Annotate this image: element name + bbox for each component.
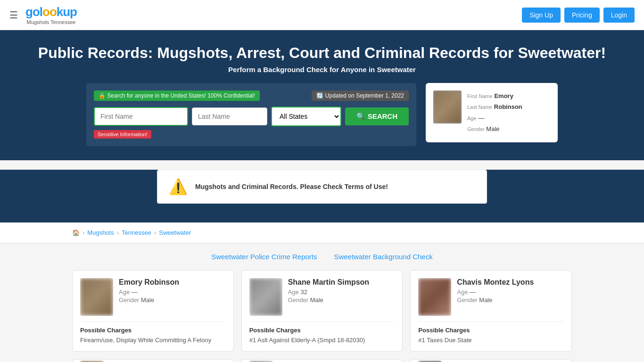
person-gender: Gender Male: [288, 296, 369, 304]
person-photo-image: [249, 278, 282, 316]
links-row: Sweetwater Police Crime Reports Sweetwat…: [72, 253, 572, 261]
person-card-header: Chavis Montez Lyons Age — Gender Male: [418, 278, 564, 316]
cards-grid: Emory Robinson Age — Gender Male Possibl…: [72, 270, 572, 352]
search-button[interactable]: 🔍 SEARCH: [345, 107, 409, 125]
charges-section: Possible Charges Firearm/use, Display Wh…: [80, 321, 226, 344]
partial-photo: [80, 361, 104, 362]
warning-text: Mugshots and Criminal Records. Please Ch…: [195, 183, 388, 190]
person-info: Chavis Montez Lyons Age — Gender Male: [457, 278, 534, 304]
person-card-header: Shane Martin Simpson Age 32 Gender Male: [249, 278, 395, 316]
charges-section: Possible Charges #1 Taxes Due State: [418, 321, 564, 344]
login-button[interactable]: Login: [603, 8, 635, 23]
breadcrumb-sweetwater[interactable]: Sweetwater: [159, 229, 191, 236]
confidential-badge: 🔒 Search for anyone in the United States…: [94, 90, 260, 101]
charges-section: Possible Charges #1 Aslt Against Elderly…: [249, 321, 395, 344]
header: ☰ golookup Mugshots Tennessee Sign Up Pr…: [0, 0, 644, 30]
search-inputs: All StatesAlabamaAlaskaArizonaArkansasCa…: [94, 107, 409, 126]
partial-photo-image: [249, 361, 273, 362]
charges-title: Possible Charges: [80, 327, 226, 334]
main-content: Sweetwater Police Crime Reports Sweetwat…: [63, 243, 581, 362]
profile-age: Age —: [467, 113, 522, 123]
charge-text: Firearm/use, Display While Committing A …: [80, 337, 226, 344]
person-age: Age —: [119, 288, 179, 296]
person-gender: Gender Male: [119, 296, 179, 304]
breadcrumb-tennessee[interactable]: Tennessee: [122, 229, 151, 236]
warning-icon: ⚠️: [169, 178, 188, 196]
profile-first-name: First Name Emory: [467, 90, 522, 101]
search-top-bar: 🔒 Search for anyone in the United States…: [94, 90, 409, 101]
profile-photo: [433, 90, 462, 123]
logo: golookup Mugshots Tennessee: [25, 5, 77, 25]
person-name: Emory Robinson: [119, 278, 179, 287]
crime-reports-link[interactable]: Sweetwater Police Crime Reports: [211, 253, 317, 261]
person-photo: [249, 278, 282, 316]
sensitive-info-badge: Sensitive Information!: [94, 130, 151, 139]
breadcrumb-section: 🏠 › Mugshots › Tennessee › Sweetwater: [0, 222, 644, 243]
header-right: Sign Up Pricing Login: [522, 8, 635, 23]
person-card-1[interactable]: Shane Martin Simpson Age 32 Gender Male …: [241, 270, 403, 352]
person-age: Age —: [457, 288, 534, 296]
warning-bar: ⚠️ Mugshots and Criminal Records. Please…: [157, 170, 487, 204]
background-check-link[interactable]: Sweetwater Background Check: [334, 253, 432, 261]
person-name: Shane Martin Simpson: [288, 278, 369, 287]
charges-title: Possible Charges: [418, 327, 564, 334]
partial-photo: [418, 361, 442, 362]
partial-card-0[interactable]: [72, 359, 234, 362]
profile-gender: Gender Male: [467, 123, 522, 134]
header-left: ☰ golookup Mugshots Tennessee: [9, 5, 77, 25]
logo-subtitle: Mugshots Tennessee: [27, 19, 76, 25]
partial-photo: [249, 361, 273, 362]
person-photo: [80, 278, 113, 316]
search-box: 🔒 Search for anyone in the United States…: [86, 83, 416, 146]
signup-button[interactable]: Sign Up: [522, 8, 561, 23]
bottom-partial-cards: [72, 359, 572, 362]
logo-text: golookup: [25, 5, 77, 19]
search-section: 🔒 Search for anyone in the United States…: [0, 83, 644, 160]
profile-photo-image: [433, 90, 462, 123]
partial-card-2[interactable]: [410, 359, 572, 362]
person-name: Chavis Montez Lyons: [457, 278, 534, 287]
pricing-button[interactable]: Pricing: [564, 8, 600, 23]
menu-icon[interactable]: ☰: [9, 9, 18, 21]
person-age: Age 32: [288, 288, 369, 296]
person-card-0[interactable]: Emory Robinson Age — Gender Male Possibl…: [72, 270, 234, 352]
charges-title: Possible Charges: [249, 327, 395, 334]
person-card-2[interactable]: Chavis Montez Lyons Age — Gender Male Po…: [410, 270, 572, 352]
charge-text: #1 Aslt Against Elderly-A (Smpd 18-82030…: [249, 337, 395, 344]
hero-title: Public Records: Mugshots, Arrest, Court …: [9, 44, 635, 62]
person-info: Shane Martin Simpson Age 32 Gender Male: [288, 278, 369, 304]
profile-info: First Name Emory Last Name Robinson Age …: [467, 90, 522, 135]
charge-text: #1 Taxes Due State: [418, 337, 564, 344]
person-photo: [418, 278, 451, 316]
breadcrumb-home[interactable]: 🏠: [72, 229, 80, 236]
breadcrumb-mugshots[interactable]: Mugshots: [87, 229, 114, 236]
person-card-header: Emory Robinson Age — Gender Male: [80, 278, 226, 316]
person-gender: Gender Male: [457, 296, 534, 304]
breadcrumb: 🏠 › Mugshots › Tennessee › Sweetwater: [63, 222, 581, 243]
partial-card-1[interactable]: [241, 359, 403, 362]
hero-subtitle: Perform a Background Check for Anyone in…: [9, 66, 635, 74]
person-photo-image: [418, 278, 451, 316]
person-photo-image: [80, 278, 113, 316]
hero-section: Public Records: Mugshots, Arrest, Court …: [0, 30, 644, 83]
person-info: Emory Robinson Age — Gender Male: [119, 278, 179, 304]
sensitive-label: Sensitive Information!: [94, 126, 409, 139]
profile-last-name: Last Name Robinson: [467, 101, 522, 112]
state-select[interactable]: All StatesAlabamaAlaskaArizonaArkansasCa…: [271, 107, 341, 126]
partial-photo-image: [80, 361, 104, 362]
updated-badge: 🔄 Updated on September 1, 2022: [312, 90, 409, 101]
profile-card: First Name Emory Last Name Robinson Age …: [426, 83, 558, 142]
first-name-input[interactable]: [94, 107, 188, 126]
last-name-input[interactable]: [192, 107, 267, 125]
partial-photo-image: [418, 361, 442, 362]
